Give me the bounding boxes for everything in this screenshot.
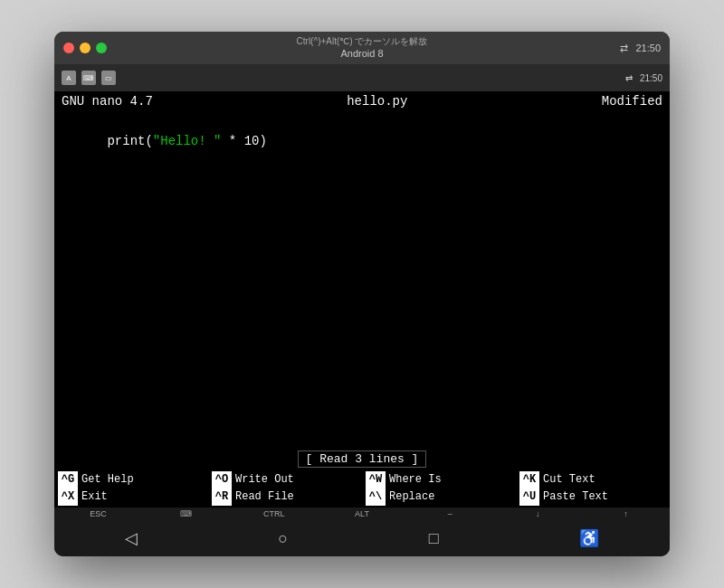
key-g: ^G: [58, 471, 78, 488]
label-down: ↓: [494, 509, 582, 518]
shortcut-row-1: ^G Get Help ^O Write Out ^W Where Is ^K …: [54, 471, 670, 488]
status-message: [ Read 3 lines ]: [298, 450, 427, 468]
toolbar-icon-1[interactable]: A: [62, 71, 76, 85]
close-button[interactable]: [63, 43, 74, 53]
nano-shortcuts: ^G Get Help ^O Write Out ^W Where Is ^K …: [54, 469, 670, 507]
title-bar-center: Ctrl(^)+Alt(℃) でカーソルを解放 Android 8: [297, 35, 428, 60]
nano-status: [ Read 3 lines ]: [54, 449, 670, 469]
android-bottom-labels: ESC ⌨ CTRL ALT – ↓ ↑: [54, 507, 670, 520]
window-subtitle: Ctrl(^)+Alt(℃) でカーソルを解放: [297, 35, 428, 48]
key-o: ^O: [212, 471, 232, 488]
nano-filename: hello.py: [347, 94, 407, 109]
code-print: print(: [107, 134, 152, 148]
key-k: ^K: [519, 471, 539, 488]
android-nav: ◁ ○ □ ♿: [54, 520, 670, 556]
connection-icon: ⇄: [620, 43, 628, 54]
label-paste-text: Paste Text: [543, 488, 608, 506]
label-cut-text: Cut Text: [543, 471, 595, 488]
key-x: ^X: [58, 488, 78, 506]
label-ctrl: CTRL: [230, 509, 318, 518]
maximize-button[interactable]: [96, 43, 107, 53]
accessibility-button[interactable]: ♿: [579, 528, 599, 548]
shortcut-exit[interactable]: ^X Exit: [54, 488, 208, 506]
code-line-1: print("Hello! " * 10): [62, 113, 662, 170]
label-alt: ALT: [318, 509, 405, 518]
recent-button[interactable]: □: [429, 529, 439, 548]
label-empty: ⌨: [142, 509, 230, 518]
nano-editor[interactable]: print("Hello! " * 10): [54, 111, 670, 449]
label-dash: –: [406, 509, 494, 518]
minimize-button[interactable]: [80, 43, 90, 53]
key-w: ^W: [366, 471, 386, 488]
main-window: Ctrl(^)+Alt(℃) でカーソルを解放 Android 8 ⇄ 21:5…: [54, 32, 670, 556]
label-get-help: Get Help: [81, 471, 134, 488]
traffic-lights: [63, 43, 107, 53]
label-replace: Replace: [389, 488, 434, 506]
nano-header: GNU nano 4.7 hello.py Modified: [54, 91, 670, 111]
toolbar-right: ⇄ 21:50: [625, 73, 662, 83]
label-write-out: Write Out: [235, 471, 294, 488]
toolbar-icon-2[interactable]: ⌨: [81, 71, 96, 85]
shortcut-cut-text[interactable]: ^K Cut Text: [516, 471, 670, 488]
nano-version: GNU nano 4.7: [62, 94, 153, 109]
toolbar-icon-3[interactable]: ▭: [101, 71, 116, 85]
shortcut-paste-text[interactable]: ^U Paste Text: [516, 488, 670, 506]
android-toolbar: A ⌨ ▭ ⇄ 21:50: [54, 64, 670, 91]
label-where-is: Where Is: [389, 471, 442, 488]
label-read-file: Read File: [235, 488, 294, 506]
shortcut-replace[interactable]: ^\ Replace: [362, 488, 516, 506]
label-exit: Exit: [81, 488, 108, 506]
shortcut-read-file[interactable]: ^R Read File: [208, 488, 362, 506]
key-r: ^R: [212, 488, 232, 506]
shortcut-where-is[interactable]: ^W Where Is: [362, 471, 516, 488]
code-string: "Hello! ": [153, 134, 222, 148]
toolbar-arrows: ⇄: [625, 73, 633, 83]
shortcut-get-help[interactable]: ^G Get Help: [54, 471, 208, 488]
time-display: 21:50: [635, 43, 661, 53]
code-multiply: * 10): [221, 134, 266, 148]
toolbar-time: 21:50: [640, 73, 662, 83]
key-u: ^U: [519, 488, 539, 506]
title-bar-right: ⇄ 21:50: [620, 43, 661, 54]
label-esc: ESC: [54, 509, 142, 518]
nano-modified: Modified: [602, 94, 662, 109]
title-bar: Ctrl(^)+Alt(℃) でカーソルを解放 Android 8 ⇄ 21:5…: [54, 32, 670, 64]
window-title: Android 8: [340, 48, 383, 60]
label-up: ↑: [582, 509, 670, 518]
shortcut-row-2: ^X Exit ^R Read File ^\ Replace ^U Paste…: [54, 488, 670, 506]
key-backslash: ^\: [366, 488, 386, 506]
back-button[interactable]: ◁: [125, 528, 138, 548]
home-button[interactable]: ○: [278, 529, 288, 548]
shortcut-write-out[interactable]: ^O Write Out: [208, 471, 362, 488]
